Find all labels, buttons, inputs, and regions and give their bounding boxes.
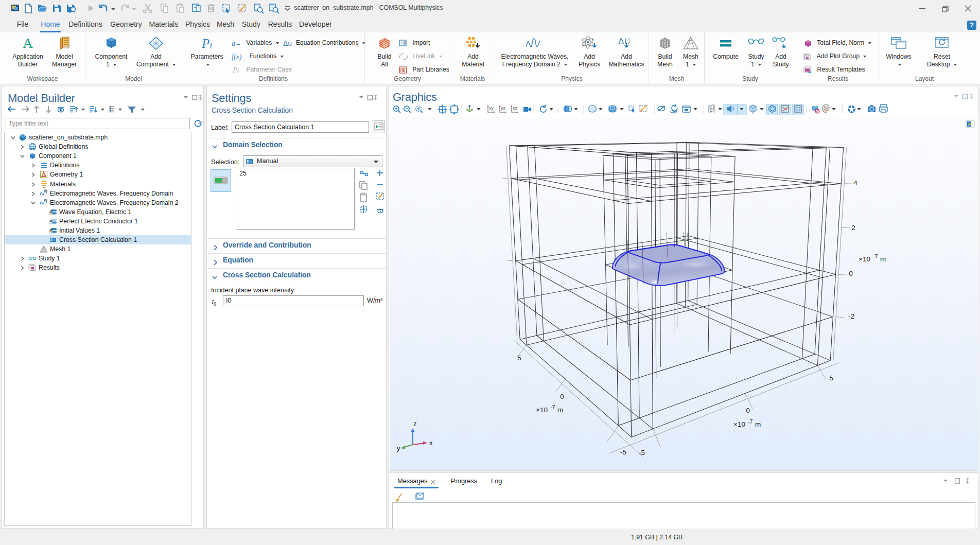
svg-text:5: 5	[829, 374, 833, 382]
svg-text:5: 5	[517, 354, 521, 362]
svg-text:×10: ×10	[536, 406, 548, 414]
svg-text:-5: -5	[620, 448, 626, 456]
svg-text:=: =	[236, 40, 240, 47]
svg-text:D: D	[50, 219, 52, 223]
svg-text:m: m	[755, 420, 761, 428]
svg-text:-7: -7	[550, 404, 555, 410]
svg-text:×10: ×10	[859, 255, 870, 263]
svg-text:xy: xy	[489, 106, 494, 111]
svg-text:-7: -7	[748, 418, 752, 425]
svg-text:m: m	[557, 406, 563, 414]
svg-text:f(x): f(x)	[232, 53, 242, 61]
svg-text:Δu: Δu	[283, 39, 292, 47]
svg-text:yz: yz	[501, 106, 506, 111]
svg-text:Pi: Pi	[232, 66, 239, 74]
svg-text:a: a	[232, 39, 236, 47]
svg-text:4: 4	[853, 179, 857, 187]
svg-text:-7: -7	[873, 253, 878, 259]
svg-text:0: 0	[746, 407, 750, 414]
svg-text:0: 0	[849, 270, 853, 277]
svg-text:-2: -2	[848, 312, 854, 320]
svg-text:0: 0	[560, 393, 564, 400]
svg-text:D: D	[50, 228, 52, 232]
svg-text:D: D	[50, 209, 52, 213]
svg-text:×10: ×10	[733, 420, 745, 428]
svg-text:ΔU: ΔU	[618, 37, 631, 46]
svg-text:A: A	[23, 36, 33, 51]
svg-text:-5: -5	[639, 449, 645, 456]
svg-text:m: m	[880, 255, 886, 263]
svg-text:xz: xz	[513, 106, 518, 111]
svg-text:z: z	[413, 420, 417, 428]
svg-text:y: y	[397, 444, 400, 452]
svg-text:Pi: Pi	[201, 37, 212, 50]
svg-text:2: 2	[851, 224, 855, 232]
svg-text:x: x	[429, 439, 433, 447]
